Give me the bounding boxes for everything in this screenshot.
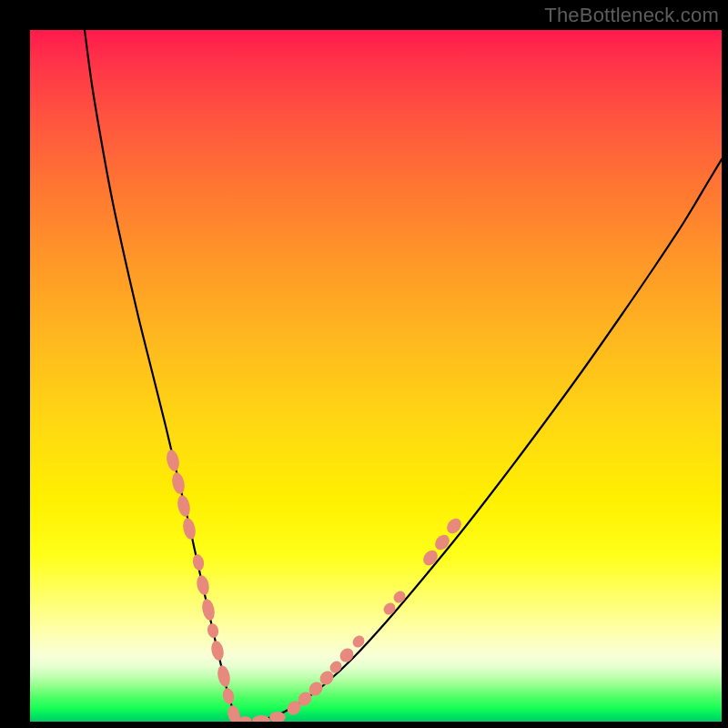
watermark-text: TheBottleneck.com (544, 4, 719, 27)
curve-right-branch (245, 159, 722, 722)
bead (252, 715, 270, 722)
curve-group (85, 30, 722, 722)
beads-group (165, 449, 464, 722)
bead (209, 640, 225, 662)
bead (165, 449, 181, 472)
chart-svg (30, 30, 722, 722)
bead (200, 598, 217, 622)
bead (337, 645, 356, 664)
bead (176, 494, 192, 518)
bead (432, 532, 452, 553)
bead (170, 471, 187, 495)
plot-area (30, 30, 722, 722)
bead (420, 548, 440, 569)
bead (195, 574, 210, 596)
bead (391, 589, 408, 605)
bead (381, 601, 398, 617)
bead (206, 622, 219, 639)
bead (216, 664, 232, 688)
bead (221, 687, 235, 705)
bead (181, 517, 197, 541)
chart-frame: TheBottleneck.com (0, 0, 728, 728)
bead (191, 553, 205, 571)
curve-left-branch (85, 30, 245, 722)
